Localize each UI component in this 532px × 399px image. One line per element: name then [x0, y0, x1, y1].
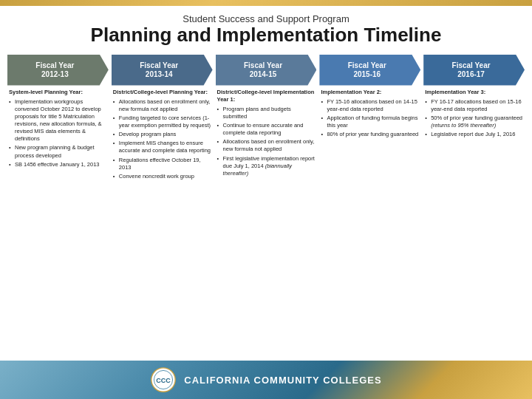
bullet-item: Legislative report due July 1, 2016 [425, 131, 523, 138]
arrow-body-fy2013: Fiscal Year 2013-14 [112, 55, 213, 86]
section-title-fy2013: District/College-level Planning Year: [113, 89, 211, 96]
year-arrow-fy2015: Fiscal Year 2015-16 [319, 55, 420, 86]
year-content-fy2015: Implementation Year 2:FY 15-16 allocatio… [319, 86, 420, 293]
bullet-item: 50% of prior year funding guaranteed (re… [425, 115, 523, 129]
year-column-fy2015: Fiscal Year 2015-16Implementation Year 2… [319, 55, 420, 293]
year-content-fy2012: System-level Planning Year:Implementatio… [7, 86, 109, 293]
year-arrow-fy2013: Fiscal Year 2013-14 [112, 55, 213, 86]
bullet-item: Convene noncredit work group [113, 173, 211, 180]
page-title: Planning and Implementation Timeline [0, 24, 532, 46]
page-header: Student Success and Support Program Plan… [0, 6, 532, 49]
bullet-item: FY 15-16 allocations based on 14-15 year… [321, 98, 419, 113]
bullet-item: SB 1456 effective January 1, 2013 [9, 161, 107, 168]
bullet-item: Implementation workgroups convened Octob… [9, 98, 107, 143]
bullet-item: Allocations based on enrollment only, ne… [217, 138, 316, 153]
bullet-item: FY 16-17 allocations based on 15-16 year… [425, 98, 523, 113]
year-column-fy2014: Fiscal Year 2014-15District/College-leve… [216, 55, 317, 293]
bullet-item: Regulations effective October 19, 2013 [113, 157, 211, 171]
bullet-item: Continue to ensure accurate and complete… [217, 122, 316, 137]
arrow-body-fy2015: Fiscal Year 2015-16 [319, 55, 420, 86]
page-subtitle: Student Success and Support Program [0, 13, 532, 24]
ccc-logo-icon: CCC [150, 366, 177, 393]
bullet-item: Develop program plans [113, 131, 211, 138]
bullet-item: First legislative implementation report … [217, 155, 316, 177]
section-title-fy2012: System-level Planning Year: [9, 89, 107, 96]
bullet-item: 80% of prior year funding guaranteed [321, 131, 419, 138]
arrow-body-fy2016: Fiscal Year 2016-17 [423, 55, 525, 86]
svg-text:CCC: CCC [157, 377, 171, 384]
arrow-body-fy2012: Fiscal Year 2012-13 [7, 55, 109, 86]
year-column-fy2013: Fiscal Year 2013-14District/College-leve… [112, 55, 213, 293]
year-arrow-fy2012: Fiscal Year 2012-13 [7, 55, 109, 86]
section-title-fy2014: District/College-level Implementation Ye… [217, 89, 316, 103]
year-content-fy2013: District/College-level Planning Year:All… [112, 86, 213, 293]
bullet-item: Program plans and budgets submitted [217, 106, 316, 120]
section-title-fy2015: Implementation Year 2: [321, 89, 419, 96]
footer-bar: CCC California Community Colleges [0, 361, 532, 399]
year-arrow-fy2016: Fiscal Year 2016-17 [423, 55, 525, 86]
bullet-item: Allocations based on enrollment only, ne… [113, 98, 211, 113]
year-content-fy2014: District/College-level Implementation Ye… [216, 86, 317, 293]
bullet-item: Application of funding formula begins th… [321, 115, 419, 129]
year-column-fy2016: Fiscal Year 2016-17Implementation Year 3… [423, 55, 525, 293]
year-arrow-fy2014: Fiscal Year 2014-15 [216, 55, 317, 86]
timeline: Fiscal Year 2012-13System-level Planning… [0, 55, 532, 293]
bullet-item: Implement MIS changes to ensure accurate… [113, 140, 211, 154]
arrow-body-fy2014: Fiscal Year 2014-15 [216, 55, 317, 86]
bullet-item: Funding targeted to core services (1-yea… [113, 115, 211, 129]
year-column-fy2012: Fiscal Year 2012-13System-level Planning… [7, 55, 109, 293]
top-accent-bar [0, 0, 532, 6]
section-title-fy2016: Implementation Year 3: [425, 89, 523, 96]
year-content-fy2016: Implementation Year 3:FY 16-17 allocatio… [423, 86, 525, 293]
footer-org-name: California Community Colleges [184, 375, 381, 386]
bullet-item: New program planning & budget process de… [9, 144, 107, 159]
